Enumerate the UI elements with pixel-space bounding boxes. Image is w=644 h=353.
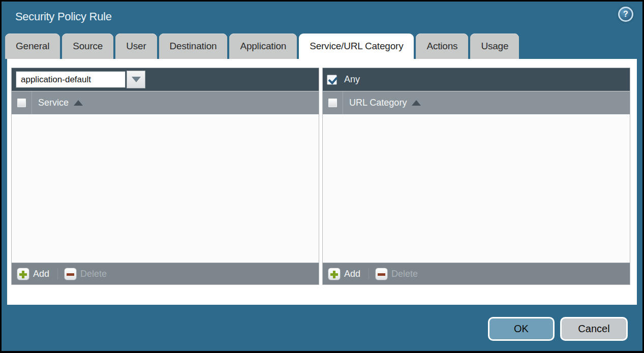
- footer-separator: [57, 268, 58, 279]
- service-select-all-checkbox[interactable]: [17, 98, 26, 108]
- service-type-dropdown-button[interactable]: [127, 71, 145, 88]
- cancel-button[interactable]: Cancel: [560, 317, 628, 341]
- service-add-button[interactable]: Add: [17, 268, 49, 280]
- url-category-column-header[interactable]: URL Category: [349, 98, 421, 108]
- add-label: Add: [33, 269, 49, 279]
- url-category-column-label: URL Category: [349, 98, 407, 108]
- delete-label: Delete: [391, 269, 418, 279]
- dialog-background: Security Policy Rule ? General Source Us…: [2, 2, 642, 351]
- tab-application[interactable]: Application: [229, 34, 297, 59]
- service-panel: application-default Service: [11, 68, 319, 285]
- tab-bar: General Source User Destination Applicat…: [5, 34, 519, 59]
- service-toolbar: application-default: [12, 68, 319, 91]
- titlebar: Security Policy Rule ?: [2, 2, 642, 33]
- service-footer: Add Delete: [12, 263, 319, 284]
- tab-destination[interactable]: Destination: [159, 34, 228, 59]
- url-category-table-header: URL Category: [323, 91, 630, 114]
- add-label: Add: [344, 269, 360, 279]
- url-category-select-all-checkbox[interactable]: [328, 98, 338, 108]
- url-category-table-body: [323, 114, 630, 263]
- service-column-header[interactable]: Service: [38, 98, 83, 108]
- service-column-label: Service: [38, 98, 69, 108]
- url-category-panel: Any URL Category Add: [322, 68, 630, 285]
- url-category-select-all-cell: [323, 91, 343, 114]
- service-table-body: [12, 114, 319, 263]
- help-icon[interactable]: ?: [618, 7, 633, 22]
- security-policy-rule-dialog: Security Policy Rule ? General Source Us…: [0, 0, 644, 353]
- tab-content-area: application-default Service: [7, 59, 637, 305]
- delete-icon: [375, 268, 388, 280]
- delete-icon: [64, 268, 77, 280]
- any-label: Any: [344, 74, 360, 85]
- service-delete-button[interactable]: Delete: [64, 268, 107, 280]
- service-select-all-cell: [12, 91, 32, 114]
- sort-asc-icon: [74, 100, 83, 106]
- url-category-toolbar: Any: [323, 68, 630, 91]
- service-type-value[interactable]: application-default: [16, 71, 126, 88]
- any-checkbox[interactable]: [327, 75, 337, 85]
- url-category-footer: Add Delete: [323, 263, 630, 284]
- add-icon: [17, 268, 29, 280]
- tab-usage[interactable]: Usage: [470, 34, 519, 59]
- tab-source[interactable]: Source: [62, 34, 113, 59]
- add-icon: [328, 268, 341, 280]
- tab-actions[interactable]: Actions: [416, 34, 468, 59]
- footer-separator: [369, 268, 369, 279]
- sort-asc-icon: [412, 100, 421, 106]
- service-type-dropdown[interactable]: application-default: [16, 71, 145, 88]
- chevron-down-icon: [132, 77, 141, 82]
- tab-user[interactable]: User: [115, 34, 157, 59]
- ok-button[interactable]: OK: [488, 317, 555, 341]
- url-category-add-button[interactable]: Add: [328, 268, 360, 280]
- url-category-delete-button[interactable]: Delete: [375, 268, 418, 280]
- tab-service-url-category[interactable]: Service/URL Category: [299, 34, 414, 59]
- service-table-header: Service: [12, 91, 319, 114]
- tab-general[interactable]: General: [5, 34, 60, 59]
- dialog-title: Security Policy Rule: [15, 2, 112, 32]
- delete-label: Delete: [80, 269, 107, 279]
